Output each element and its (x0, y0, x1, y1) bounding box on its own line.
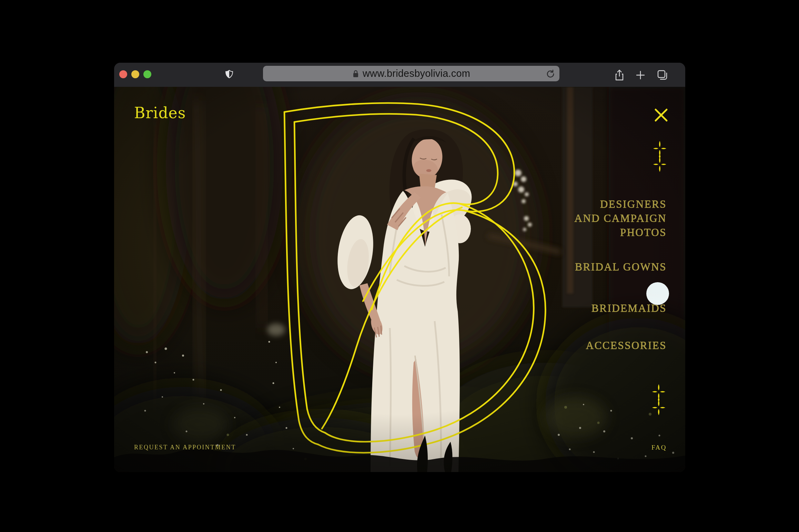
nav-line: PHOTOS (575, 225, 667, 239)
window-close-button[interactable] (119, 70, 127, 78)
nav-item-accessories[interactable]: ACCESSORIES (586, 338, 667, 352)
close-icon[interactable] (653, 107, 669, 123)
share-icon[interactable] (613, 69, 626, 82)
fleuron-ornament-icon (653, 141, 667, 172)
fleuron-ornament-icon (652, 384, 666, 416)
webpage: Brides DESIG (114, 87, 685, 472)
address-bar[interactable]: www.bridesbyolivia.com (263, 66, 559, 81)
nav-item-bridemaids[interactable]: BRIDEMAIDS (591, 301, 667, 315)
lock-icon[interactable] (352, 69, 359, 78)
hero-photo-bride-in-forest (114, 87, 685, 472)
request-appointment-link[interactable]: REQUEST AN APPOINTMENT (134, 444, 236, 451)
url-text: www.bridesbyolivia.com (363, 68, 470, 79)
site-logo[interactable]: Brides (134, 104, 186, 122)
faq-link[interactable]: FAQ (651, 444, 667, 451)
privacy-shield-icon[interactable] (225, 70, 233, 80)
window-minimize-button[interactable] (131, 70, 139, 78)
nav-line: AND CAMPAIGN (575, 211, 667, 225)
nav-item-designers-and-campaign-photos[interactable]: DESIGNERS AND CAMPAIGN PHOTOS (575, 197, 667, 239)
new-tab-icon[interactable] (634, 69, 647, 82)
refresh-icon[interactable] (546, 69, 555, 78)
nav-item-bridal-gowns[interactable]: BRIDAL GOWNS (575, 260, 667, 274)
nav-line: DESIGNERS (575, 197, 667, 211)
browser-window: www.bridesbyolivia.com (114, 63, 685, 472)
window-zoom-button[interactable] (143, 70, 151, 78)
tabs-overview-icon[interactable] (656, 69, 669, 82)
browser-toolbar: www.bridesbyolivia.com (114, 63, 685, 87)
